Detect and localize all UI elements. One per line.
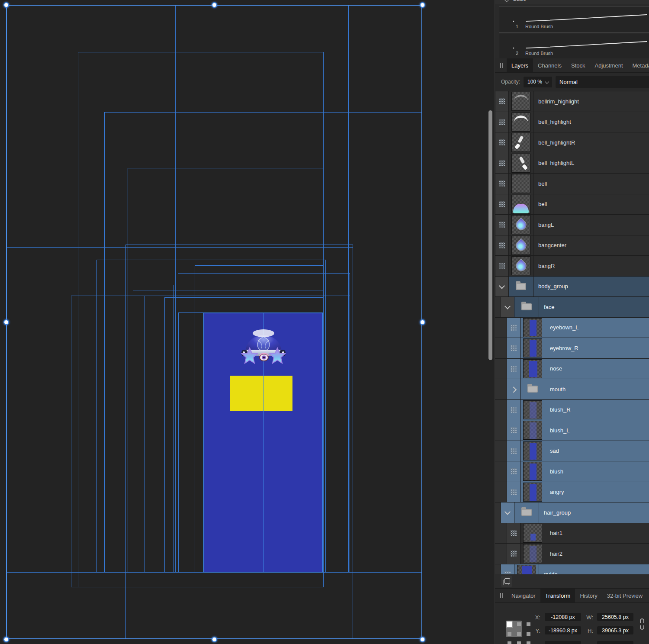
layer-row-nose[interactable]: nose (495, 359, 649, 380)
stacked-layers-icon[interactable] (501, 576, 512, 587)
anchor-bottom-right[interactable] (527, 641, 530, 644)
visibility-dots-icon[interactable] (499, 263, 505, 269)
layer-thumbnail-arc[interactable] (511, 113, 530, 132)
layer-thumbnail-drop[interactable] (511, 256, 530, 275)
layer-thumbnail-rect[interactable] (523, 441, 542, 460)
layer-row-blush_R[interactable]: blush_R (495, 400, 649, 421)
visibility-dots-icon[interactable] (499, 242, 505, 248)
y-input[interactable]: -18960.8 px (545, 626, 581, 634)
brush-item[interactable]: 2 Round Brush (499, 33, 649, 58)
tab-metadata[interactable]: Metadata (628, 58, 649, 72)
layer-thumbnail-rect-dim[interactable] (523, 421, 542, 440)
rotation-input-partial[interactable] (545, 641, 581, 644)
handle-top-center[interactable] (212, 2, 217, 8)
anchor-bottom-left[interactable] (508, 641, 511, 644)
x-input[interactable]: -12088 px (545, 613, 581, 621)
layer-row-angry[interactable]: angry (495, 482, 649, 503)
layer-thumbnail-rect-dim[interactable] (523, 400, 542, 419)
layer-thumbnail-rect-sm[interactable] (523, 524, 542, 543)
tab-channels[interactable]: Channels (533, 58, 566, 72)
chevron-down-icon[interactable] (504, 509, 511, 515)
layer-row-bell[interactable]: bell (495, 174, 649, 194)
layer-row-bell[interactable]: bell (495, 194, 649, 215)
anchor-point-selector[interactable] (508, 622, 531, 644)
tab-32-bit-preview[interactable]: 32-bit Preview (602, 589, 647, 602)
panel-grip-icon[interactable] (495, 58, 507, 72)
layer-thumbnail-streaks-l[interactable] (511, 154, 530, 173)
visibility-dots-icon[interactable] (499, 160, 505, 166)
layer-row-body_group[interactable]: body_group (495, 277, 649, 297)
layer-row-hair1[interactable]: hair1 (495, 523, 649, 544)
anchor-mid-left[interactable] (508, 632, 511, 636)
anchor-top-right[interactable] (527, 622, 530, 626)
shear-input-partial[interactable] (597, 641, 633, 644)
anchor-center[interactable] (517, 632, 521, 636)
layer-row-sad[interactable]: sad (495, 441, 649, 462)
layer-row-eyebrow_R[interactable]: eyebrow_R (495, 338, 649, 359)
layer-thumbnail-dome[interactable] (511, 195, 530, 214)
anchor-mid-right[interactable] (527, 632, 530, 636)
visibility-dots-icon[interactable] (511, 407, 517, 413)
layer-row-bell_highlightR[interactable]: bell_highlightR (495, 132, 649, 153)
chevron-down-icon[interactable] (504, 303, 511, 309)
anchor-top-center[interactable] (517, 622, 521, 626)
layer-row-mouth[interactable]: mouth (495, 379, 649, 400)
layer-thumbnail-rect[interactable] (523, 318, 542, 337)
handle-mid-right[interactable] (420, 319, 425, 325)
layer-thumbnail-rect-w[interactable] (523, 359, 542, 378)
blend-mode-dropdown[interactable]: Normal (556, 76, 649, 88)
layer-row-bell_highlight[interactable]: bell_highlight (495, 112, 649, 133)
visibility-dots-icon[interactable] (499, 222, 505, 228)
handle-bottom-center[interactable] (212, 637, 217, 642)
brush-item[interactable]: 1 Round Brush (499, 6, 649, 33)
layer-thumbnail-rect[interactable] (523, 483, 542, 502)
layer-thumbnail-drop[interactable] (511, 215, 530, 234)
layer-thumbnail-empty[interactable] (511, 174, 530, 193)
tab-transform[interactable]: Transform (540, 589, 575, 602)
tab-adjustment[interactable]: Adjustment (590, 58, 627, 72)
tab-in[interactable]: In (647, 589, 649, 602)
handle-top-left[interactable] (3, 2, 9, 8)
tab-layers[interactable]: Layers (507, 58, 533, 72)
handle-bottom-right[interactable] (420, 637, 425, 642)
handle-mid-left[interactable] (3, 319, 9, 325)
visibility-dots-icon[interactable] (511, 427, 517, 433)
layer-row-hair_group[interactable]: hair_group (495, 502, 649, 523)
visibility-dots-icon[interactable] (499, 119, 505, 125)
link-dimensions-icon[interactable] (639, 618, 645, 630)
layer-row-bangL[interactable]: bangL (495, 215, 649, 235)
bell-character-sprite[interactable] (239, 325, 288, 369)
tab-stock[interactable]: Stock (566, 58, 590, 72)
tab-history[interactable]: History (575, 589, 602, 602)
layer-thumbnail-rect-tall-dim[interactable] (523, 544, 542, 563)
opacity-dropdown[interactable]: 100 % (524, 77, 552, 87)
layer-thumbnail-rect[interactable] (523, 462, 542, 481)
layer-thumbnail-streaks-r[interactable] (511, 133, 530, 152)
h-input[interactable]: 39065.3 px (597, 626, 633, 634)
panel-grip-icon[interactable] (495, 589, 507, 602)
layer-row-blush[interactable]: blush (495, 461, 649, 482)
layer-row-guide[interactable]: guide (495, 564, 649, 575)
chevron-right-icon[interactable] (511, 387, 517, 393)
canvas-viewport[interactable] (0, 0, 495, 644)
layer-row-bell_highlightL[interactable]: bell_highlightL (495, 153, 649, 174)
brush-category-header[interactable]: Basic (495, 0, 649, 4)
visibility-dots-icon[interactable] (511, 325, 517, 331)
visibility-dots-icon[interactable] (499, 180, 505, 187)
layer-thumbnail-arc-faint[interactable] (511, 92, 530, 111)
canvas-vertical-scrollbar[interactable] (488, 0, 493, 644)
layer-row-bellrim_highlight[interactable]: bellrim_highlight (495, 91, 649, 112)
layer-row-hair2[interactable]: hair2 (495, 544, 649, 564)
layer-row-bangR[interactable]: bangR (495, 256, 649, 277)
visibility-dots-icon[interactable] (511, 489, 517, 495)
anchor-bottom-center[interactable] (517, 641, 521, 644)
layer-row-eyebown_L[interactable]: eyebown_L (495, 318, 649, 338)
handle-bottom-left[interactable] (3, 637, 9, 642)
visibility-dots-icon[interactable] (499, 139, 505, 145)
visibility-dots-icon[interactable] (511, 551, 517, 557)
visibility-dots-icon[interactable] (511, 345, 517, 351)
tab-navigator[interactable]: Navigator (507, 589, 540, 602)
handle-top-right[interactable] (420, 2, 425, 8)
w-input[interactable]: 25605.8 px (597, 613, 633, 621)
yellow-filled-rect[interactable] (230, 376, 292, 411)
